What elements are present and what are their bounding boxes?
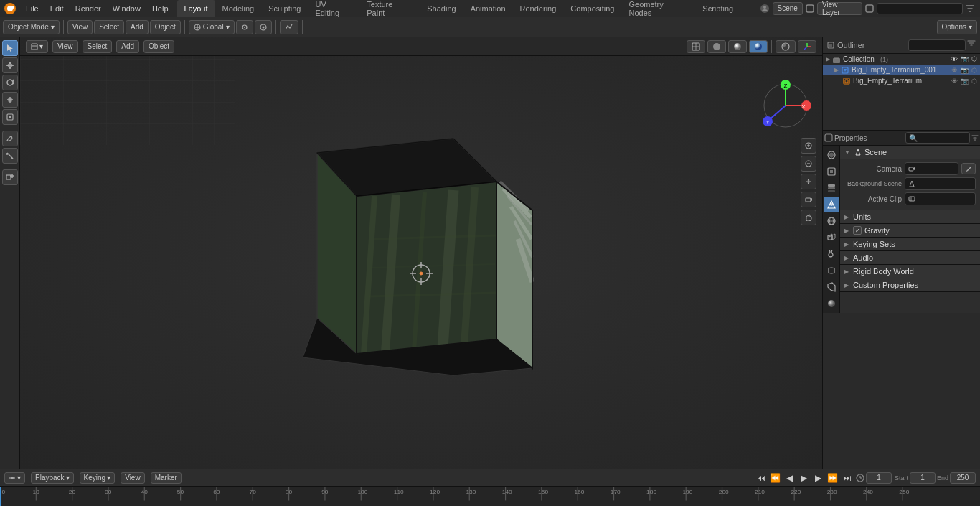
tab-animation[interactable]: Animation (463, 0, 513, 17)
menu-render[interactable]: Render (70, 0, 107, 17)
current-frame-input[interactable] (866, 472, 892, 484)
menu-edit[interactable]: Edit (44, 0, 70, 17)
next-frame-btn[interactable]: ⏩ (827, 472, 839, 484)
camera-edit-btn[interactable] (961, 163, 976, 174)
keying-sets-header[interactable]: ▶ Keying Sets (840, 238, 980, 251)
tab-compositing[interactable]: Compositing (563, 0, 621, 17)
prev-frame-btn[interactable]: ⏪ (770, 472, 781, 484)
tool-rotate[interactable] (2, 75, 18, 90)
cam2-icon[interactable]: 📷 (961, 55, 969, 63)
tab-scripting[interactable]: Scripting (695, 0, 740, 17)
vp-gizmo[interactable] (798, 40, 816, 53)
props-tab-data[interactable] (824, 279, 839, 295)
prev-keyframe-btn[interactable]: ◀ (784, 472, 796, 484)
timeline-track[interactable]: 0 10 20 30 40 50 60 70 80 90 100 110 120 (0, 487, 980, 506)
props-tab-constraints[interactable] (824, 263, 839, 278)
tab-sculpting[interactable]: Sculpting (261, 0, 308, 17)
vp-camera[interactable] (801, 192, 816, 207)
tab-texture-paint[interactable]: Texture Paint (359, 0, 420, 17)
tab-modeling[interactable]: Modeling (215, 0, 262, 17)
tool-scale[interactable] (2, 92, 18, 108)
render2-icon[interactable]: ⬡ (971, 55, 977, 63)
add-menu[interactable]: Add (126, 20, 149, 34)
tab-add[interactable]: + (740, 0, 759, 17)
gravity-section-header[interactable]: ▶ ✓ Gravity (840, 224, 980, 238)
cam-icon-2[interactable]: 📷 (961, 67, 969, 74)
outliner-item-terrarium-001[interactable]: ▶ Big_Empty_Terrarium_001 👁 📷 ⬡ (823, 65, 980, 75)
vp-zoom-out[interactable] (801, 156, 816, 172)
tool-annotate[interactable] (2, 131, 18, 146)
menu-help[interactable]: Help (146, 0, 174, 17)
tab-rendering[interactable]: Rendering (513, 0, 564, 17)
outliner-item-terrarium[interactable]: Big_Empty_Terrarium 👁 📷 ⬡ (823, 75, 980, 86)
camera-value[interactable] (905, 162, 958, 175)
play-start-btn[interactable]: ⏮ (755, 472, 767, 484)
next-keyframe-btn[interactable]: ▶ (813, 472, 824, 484)
vp-overlay[interactable] (776, 40, 796, 53)
transform-select[interactable]: Global ▾ (189, 20, 235, 34)
props-tab-scene[interactable] (824, 197, 839, 212)
scene-section-header[interactable]: ▼ Scene (840, 146, 980, 159)
keying-btn[interactable]: Keying▾ (80, 472, 116, 484)
gravity-checkbox[interactable]: ✓ (853, 226, 862, 235)
props-tab-object[interactable] (824, 230, 839, 245)
tab-shading[interactable]: Shading (420, 0, 463, 17)
tab-geometry-nodes[interactable]: Geometry Nodes (621, 0, 695, 17)
viewport-gizmo[interactable]: X Z Y (760, 80, 811, 131)
props-tab-modifier[interactable] (824, 246, 839, 262)
filter-icon[interactable] (967, 39, 976, 48)
tab-layout[interactable]: Layout (177, 0, 215, 17)
options-btn[interactable]: Options ▾ (937, 20, 977, 34)
vp-material[interactable] (728, 40, 747, 53)
vp-pan[interactable] (801, 174, 816, 189)
vp-rendered[interactable] (749, 40, 768, 53)
rigid-body-header[interactable]: ▶ Rigid Body World (840, 265, 980, 278)
select-menu[interactable]: Select (94, 20, 124, 34)
audio-section-header[interactable]: ▶ Audio (840, 251, 980, 265)
props-tab-render[interactable] (824, 147, 839, 163)
vp-object-menu[interactable]: Object (143, 40, 174, 53)
global-search[interactable] (877, 3, 963, 14)
view-layer-select[interactable]: View Layer (817, 2, 862, 15)
props-tab-world[interactable] (824, 213, 839, 229)
props-tab-output[interactable] (824, 164, 839, 179)
mode-select[interactable]: Object Mode ▾ (3, 20, 60, 34)
props-tab-view-layer[interactable] (824, 180, 839, 196)
vp-select-menu[interactable]: Select (83, 40, 113, 53)
vp-editor-type[interactable]: ▾ (26, 40, 48, 53)
marker-btn[interactable]: Marker (151, 472, 182, 484)
tool-add-object[interactable] (2, 169, 18, 185)
tool-cursor[interactable] (2, 40, 18, 56)
graph-btn[interactable] (280, 20, 298, 34)
vp-zoom-in[interactable] (801, 138, 816, 154)
view-btn-tl[interactable]: View (121, 472, 145, 484)
render-icon-2[interactable]: ⬡ (971, 67, 977, 74)
vp-solid[interactable] (707, 40, 726, 53)
proportional-btn[interactable] (255, 20, 272, 34)
outliner-search[interactable] (908, 39, 966, 51)
custom-props-header[interactable]: ▶ Custom Properties (840, 278, 980, 292)
menu-file[interactable]: File (20, 0, 44, 17)
timeline-editor-type[interactable]: ▾ (4, 472, 25, 484)
eye-icon[interactable]: 👁 (951, 55, 958, 63)
vp-hand[interactable] (801, 210, 816, 225)
menu-window[interactable]: Window (107, 0, 146, 17)
viewport[interactable]: ▾ View Select Add Object (20, 37, 822, 469)
vp-add-menu[interactable]: Add (116, 40, 139, 53)
vp-wireframe[interactable] (687, 40, 705, 53)
playback-btn[interactable]: Playback▾ (31, 472, 74, 484)
end-frame-input[interactable] (950, 472, 976, 484)
play-end-btn[interactable]: ⏭ (842, 472, 853, 484)
play-btn[interactable]: ▶ (798, 472, 810, 484)
tab-uv-editing[interactable]: UV Editing (308, 0, 359, 17)
tool-move[interactable] (2, 57, 18, 73)
start-frame-input[interactable] (910, 472, 936, 484)
vp-view-menu[interactable]: View (52, 40, 78, 53)
object-menu[interactable]: Object (150, 20, 181, 34)
cam-icon-3[interactable]: 📷 (961, 78, 969, 85)
props-tab-material[interactable] (824, 296, 839, 311)
scene-select[interactable]: Scene (773, 2, 803, 15)
render-icon-3[interactable]: ⬡ (971, 78, 977, 85)
snap-btn[interactable] (236, 20, 253, 34)
background-scene-value[interactable] (905, 177, 976, 190)
